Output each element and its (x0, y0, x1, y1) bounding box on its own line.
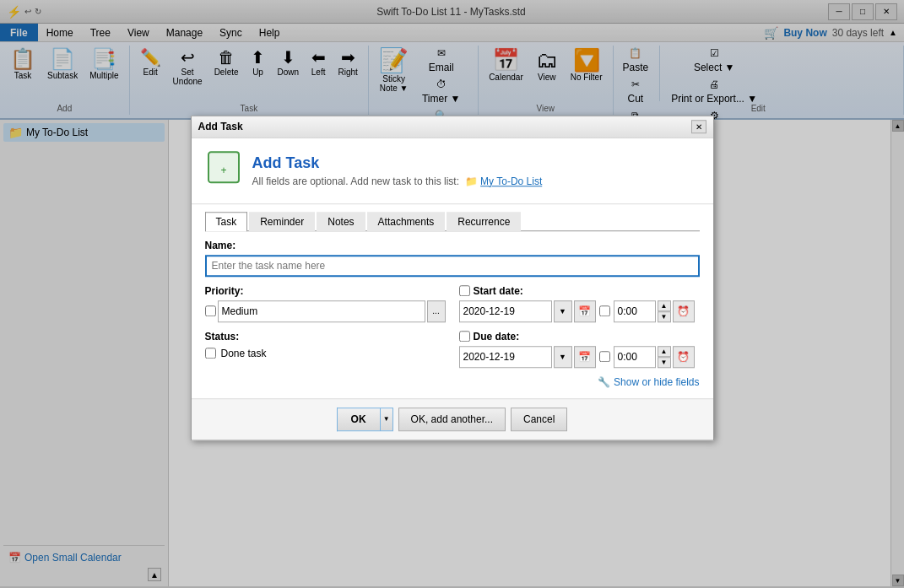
priority-more-button[interactable]: ... (427, 300, 446, 322)
start-date-calendar-button[interactable]: 📅 (574, 300, 596, 322)
dialog-header-info: Add Task All fields are optional. Add ne… (252, 154, 700, 187)
ok-dropdown-button[interactable]: ▼ (380, 407, 393, 431)
due-date-calendar-button[interactable]: 📅 (574, 346, 596, 368)
done-task-checkbox[interactable] (205, 348, 216, 359)
priority-select-wrap: Medium Low High Critical ... (205, 300, 446, 322)
dialog-title-bar: Add Task ✕ (192, 116, 713, 138)
ok-button-wrap: OK ▼ (337, 407, 393, 431)
add-task-dialog: Add Task ✕ + Add Task All fields are opt… (191, 116, 714, 440)
due-date-label: Due date: (474, 331, 520, 343)
priority-group: Priority: Medium Low High Critical ... (205, 285, 446, 322)
priority-select[interactable]: Medium Low High Critical (218, 300, 425, 322)
ok-button[interactable]: OK (337, 407, 380, 431)
tab-recurrence[interactable]: Recurrence (447, 212, 521, 231)
start-date-dropdown-button[interactable]: ▼ (554, 300, 572, 322)
dialog-close-button[interactable]: ✕ (691, 120, 706, 133)
priority-startdate-row: Priority: Medium Low High Critical ... S… (205, 285, 700, 322)
done-task-row: Done task (205, 348, 446, 359)
name-input[interactable] (205, 255, 700, 277)
dialog-subtitle-text: All fields are optional. Add new task to… (252, 175, 459, 187)
svg-text:+: + (220, 165, 226, 176)
due-time-checkbox[interactable] (599, 351, 610, 362)
status-group: Status: Done task (205, 331, 446, 368)
due-date-wrap: ▼ 📅 ▲ ▼ ⏰ (459, 346, 700, 368)
due-date-group: Due date: ▼ 📅 ▲ ▼ ⏰ (459, 331, 700, 368)
due-alarm-icon: ⏰ (677, 351, 690, 363)
start-time-checkbox[interactable] (599, 305, 610, 316)
due-time-input[interactable] (614, 346, 656, 368)
show-hide-fields[interactable]: 🔧 Show or hide fields (205, 376, 700, 388)
add-task-icon: + (205, 148, 242, 193)
due-time-down-button[interactable]: ▼ (658, 357, 671, 368)
due-time-up-button[interactable]: ▲ (658, 346, 671, 357)
tab-bar: Task Reminder Notes Attachments Recurren… (205, 211, 700, 231)
alarm-icon: ⏰ (677, 305, 690, 317)
status-label: Status: (205, 331, 446, 343)
due-cal-icon: 📅 (578, 351, 591, 363)
due-time-alarm-button[interactable]: ⏰ (673, 346, 695, 368)
dialog-footer: OK ▼ OK, add another... Cancel (192, 398, 713, 440)
due-date-input[interactable] (459, 346, 552, 368)
due-date-dropdown-button[interactable]: ▼ (554, 346, 572, 368)
add-another-button[interactable]: OK, add another... (398, 407, 506, 431)
start-date-input[interactable] (459, 300, 552, 322)
tab-attachments[interactable]: Attachments (367, 212, 446, 231)
start-date-group: Start date: ▼ 📅 ▲ ▼ ⏰ (459, 285, 700, 322)
start-date-wrap: ▼ 📅 ▲ ▼ ⏰ (459, 300, 700, 322)
name-label: Name: (205, 240, 700, 251)
status-duedate-row: Status: Done task Due date: ▼ 📅 (205, 331, 700, 368)
show-hide-label: Show or hide fields (614, 376, 699, 388)
start-time-input[interactable] (614, 300, 656, 322)
start-date-label: Start date: (474, 285, 523, 297)
wrench-icon: 🔧 (598, 376, 610, 388)
folder-link-icon: 📁 (465, 175, 478, 187)
dialog-subtitle: All fields are optional. Add new task to… (252, 175, 700, 187)
tab-notes[interactable]: Notes (317, 212, 365, 231)
start-time-down-button[interactable]: ▼ (658, 311, 671, 322)
priority-label: Priority: (205, 285, 446, 297)
cancel-button[interactable]: Cancel (511, 407, 567, 431)
list-link[interactable]: My To-Do List (480, 175, 542, 187)
done-task-label: Done task (221, 348, 267, 359)
tab-task[interactable]: Task (205, 212, 248, 231)
tab-reminder[interactable]: Reminder (249, 212, 315, 231)
dialog-header: + Add Task All fields are optional. Add … (192, 138, 713, 204)
dialog-title: Add Task (198, 121, 243, 132)
priority-checkbox[interactable] (205, 305, 216, 316)
dialog-body: Task Reminder Notes Attachments Recurren… (192, 211, 713, 398)
name-field-group: Name: (205, 240, 700, 277)
start-time-spin: ▲ ▼ (658, 300, 671, 322)
cal-icon: 📅 (578, 305, 591, 317)
due-date-checkbox[interactable] (459, 331, 470, 342)
start-date-checkbox[interactable] (459, 285, 470, 296)
dialog-main-title: Add Task (252, 154, 700, 172)
start-time-up-button[interactable]: ▲ (658, 300, 671, 311)
start-time-alarm-button[interactable]: ⏰ (673, 300, 695, 322)
due-time-spin: ▲ ▼ (658, 346, 671, 368)
